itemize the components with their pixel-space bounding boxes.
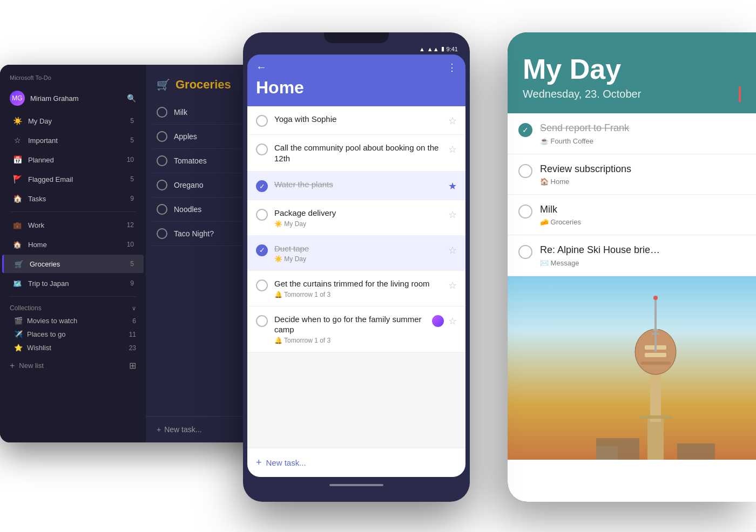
trip-icon: 🗺️ bbox=[12, 278, 23, 289]
home-icon: 🏠 bbox=[12, 193, 23, 204]
list-item[interactable]: Re: Alpine Ski House brie… ✉️ Message bbox=[508, 235, 756, 276]
list-item[interactable]: Yoga with Sophie ☆ bbox=[247, 106, 465, 135]
collection-count: 11 bbox=[129, 331, 136, 338]
phone-notch-bar bbox=[247, 41, 465, 45]
myday-header: My Day Wednesday, 23. October bbox=[508, 32, 756, 113]
collection-wishlist[interactable]: ⭐ Wishlist 23 bbox=[0, 341, 146, 354]
list-item[interactable]: Get the curtains trimmed for the living … bbox=[247, 271, 465, 306]
task-checkbox[interactable] bbox=[256, 144, 268, 155]
list-item[interactable]: Decide when to go for the family summer … bbox=[247, 306, 465, 352]
list-item[interactable]: Package delivery ☀️ My Day ☆ bbox=[247, 200, 465, 236]
task-content: Re: Alpine Ski House brie… ✉️ Message bbox=[540, 244, 745, 267]
new-task-footer[interactable]: + New task... bbox=[247, 448, 465, 477]
sidebar-item-label: Trip to Japan bbox=[28, 279, 130, 288]
sidebar-item-work[interactable]: 💼 Work 12 bbox=[2, 216, 144, 234]
sidebar-item-tasks[interactable]: 🏠 Tasks 9 bbox=[2, 189, 144, 208]
sidebar-item-flagged-email[interactable]: 🚩 Flagged Email 5 bbox=[2, 170, 144, 188]
sidebar-item-my-day[interactable]: ☀️ My Day 5 bbox=[2, 112, 144, 130]
star-icon[interactable]: ☆ bbox=[448, 115, 457, 127]
list-item[interactable]: Review subscriptions 🏠 Home bbox=[508, 154, 756, 195]
task-checkbox-checked[interactable]: ✓ bbox=[518, 123, 532, 137]
task-checkbox[interactable] bbox=[256, 279, 268, 291]
task-checkbox[interactable] bbox=[256, 209, 268, 221]
task-checkbox[interactable] bbox=[157, 204, 167, 215]
back-button[interactable]: ← bbox=[256, 61, 267, 73]
star-icon[interactable]: ☆ bbox=[448, 315, 457, 327]
task-name: Decide when to go for the family summer … bbox=[274, 314, 428, 335]
svg-point-9 bbox=[653, 296, 658, 300]
tablet-screen: Microsoft To-Do MG Miriam Graham 🔍 ☀️ My… bbox=[0, 65, 281, 442]
task-checkbox[interactable] bbox=[157, 155, 167, 166]
task-checkbox[interactable] bbox=[518, 204, 532, 219]
plus-icon: + bbox=[157, 425, 161, 434]
sidebar-item-label: Planned bbox=[28, 156, 127, 164]
sidebar-item-count: 12 bbox=[127, 221, 134, 229]
search-icon[interactable]: 🔍 bbox=[127, 94, 136, 103]
task-checkbox[interactable] bbox=[518, 245, 532, 259]
phone-notch bbox=[324, 32, 389, 43]
task-content: Get the curtains trimmed for the living … bbox=[274, 278, 444, 298]
collections-header[interactable]: Collections ∨ bbox=[0, 300, 146, 314]
sidebar-item-label: My Day bbox=[28, 117, 130, 125]
list-item[interactable]: Call the community pool about booking on… bbox=[247, 135, 465, 172]
list-item[interactable]: Milk 🧀 Groceries bbox=[508, 195, 756, 235]
task-checkbox[interactable] bbox=[256, 315, 268, 327]
task-name: Review subscriptions bbox=[540, 163, 745, 175]
star-icon[interactable]: ☆ bbox=[448, 279, 457, 291]
list-item[interactable]: ✓ Send report to Frank ☕ Fourth Coffee bbox=[508, 113, 756, 154]
collection-label: Places to go bbox=[27, 330, 129, 338]
phone-task-list: Yoga with Sophie ☆ Call the community po… bbox=[247, 106, 465, 448]
task-name: Send report to Frank bbox=[540, 122, 745, 134]
task-meta: ☕ Fourth Coffee bbox=[540, 137, 745, 145]
myday-task-list: ✓ Send report to Frank ☕ Fourth Coffee R… bbox=[508, 113, 756, 502]
task-meta: 🔔 Tomorrow 1 of 3 bbox=[274, 291, 444, 298]
sidebar-item-count: 5 bbox=[130, 175, 134, 183]
new-list-button[interactable]: + New list ⊞ bbox=[0, 357, 146, 374]
task-checkbox-checked[interactable]: ✓ bbox=[256, 180, 268, 192]
task-checkbox[interactable] bbox=[518, 164, 532, 178]
sidebar-item-planned[interactable]: 📅 Planned 10 bbox=[2, 151, 144, 169]
phone-status-bar: ▲ ▲▲ ▮ 9:41 bbox=[247, 45, 465, 52]
task-name: Call the community pool about booking on… bbox=[274, 142, 444, 163]
sidebar-item-home[interactable]: 🏠 Home 10 bbox=[2, 235, 144, 254]
sidebar-item-trip-japan[interactable]: 🗺️ Trip to Japan 9 bbox=[2, 274, 144, 292]
collection-movies[interactable]: 🎬 Movies to watch 6 bbox=[0, 314, 146, 328]
collection-places[interactable]: ✈️ Places to go 11 bbox=[0, 328, 146, 341]
menu-button[interactable]: ⋮ bbox=[447, 62, 457, 73]
task-text: Apples bbox=[174, 132, 197, 141]
task-checkbox-checked[interactable]: ✓ bbox=[256, 244, 268, 256]
star-filled-icon[interactable]: ★ bbox=[448, 180, 457, 192]
task-checkbox[interactable] bbox=[157, 228, 167, 239]
phone-screen: ← ⋮ Home Yoga with Sophie ☆ Call the com… bbox=[247, 54, 465, 477]
sidebar-item-important[interactable]: ☆ Important 5 bbox=[2, 131, 144, 149]
star-icon[interactable]: ☆ bbox=[448, 244, 457, 256]
svg-rect-6 bbox=[654, 298, 657, 352]
svg-rect-11 bbox=[644, 366, 667, 369]
list-emoji: 🛒 bbox=[157, 78, 170, 91]
sidebar-item-groceries[interactable]: 🛒 Groceries 5 bbox=[2, 255, 144, 273]
task-checkbox[interactable] bbox=[256, 115, 268, 127]
task-meta: ☀️ My Day bbox=[274, 255, 444, 263]
list-item[interactable]: ✓ Duct tape ☀️ My Day ☆ bbox=[247, 236, 465, 271]
sidebar-item-label: Home bbox=[28, 241, 127, 249]
sidebar-user[interactable]: MG Miriam Graham 🔍 bbox=[0, 87, 146, 109]
battery-icon: ▮ bbox=[441, 45, 444, 52]
task-checkbox[interactable] bbox=[157, 131, 167, 142]
star-icon[interactable]: ☆ bbox=[448, 144, 457, 155]
task-meta: ☀️ My Day bbox=[274, 220, 444, 228]
star-icon[interactable]: ☆ bbox=[448, 209, 457, 221]
task-meta: 🔔 Tomorrow 1 of 3 bbox=[274, 337, 428, 344]
sidebar-item-label: Groceries bbox=[30, 260, 130, 268]
task-checkbox[interactable] bbox=[157, 180, 167, 190]
sidebar: Microsoft To-Do MG Miriam Graham 🔍 ☀️ My… bbox=[0, 65, 146, 442]
sidebar-item-count: 10 bbox=[127, 241, 134, 248]
list-item[interactable]: ✓ Water the plants ★ bbox=[247, 172, 465, 200]
svg-rect-10 bbox=[640, 362, 671, 365]
sidebar-item-label: Tasks bbox=[28, 195, 130, 203]
phone-home-bar bbox=[247, 477, 465, 493]
sun-icon: ☀️ bbox=[12, 115, 23, 126]
task-content: Milk 🧀 Groceries bbox=[540, 203, 745, 226]
myday-title: My Day bbox=[523, 54, 741, 85]
task-checkbox[interactable] bbox=[157, 107, 167, 118]
movies-icon: 🎬 bbox=[14, 317, 23, 325]
